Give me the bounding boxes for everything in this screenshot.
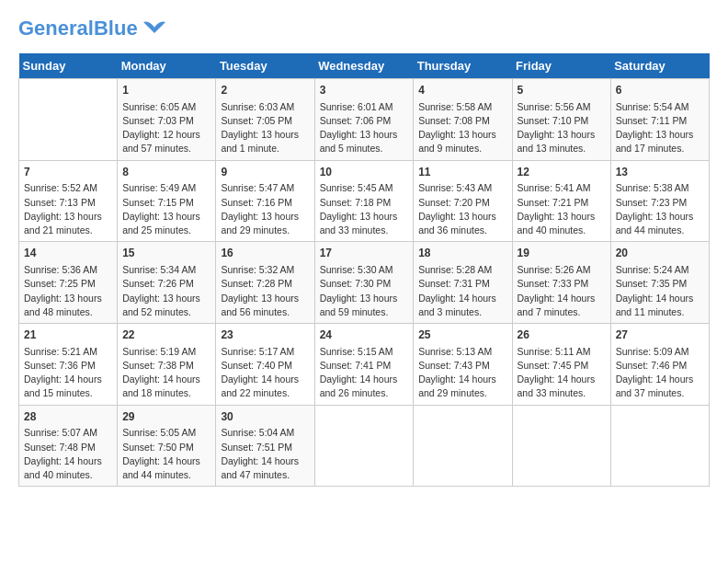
calendar-cell: 15Sunrise: 5:34 AM Sunset: 7:26 PM Dayli… (118, 242, 216, 324)
day-number: 5 (518, 83, 606, 98)
cell-content: Sunrise: 5:19 AM Sunset: 7:38 PM Dayligh… (122, 345, 210, 401)
cell-content: Sunrise: 5:36 AM Sunset: 7:25 PM Dayligh… (24, 263, 112, 319)
day-number: 16 (221, 246, 309, 261)
day-number: 22 (122, 327, 210, 343)
day-number: 27 (616, 327, 704, 343)
calendar-cell: 1Sunrise: 6:05 AM Sunset: 7:03 PM Daylig… (118, 79, 216, 161)
week-row-4: 21Sunrise: 5:21 AM Sunset: 7:36 PM Dayli… (19, 324, 710, 406)
cell-content: Sunrise: 5:13 AM Sunset: 7:43 PM Dayligh… (418, 345, 506, 401)
calendar-cell: 11Sunrise: 5:43 AM Sunset: 7:20 PM Dayli… (414, 160, 512, 242)
cell-content: Sunrise: 5:07 AM Sunset: 7:48 PM Dayligh… (24, 426, 112, 482)
cell-content: Sunrise: 5:09 AM Sunset: 7:46 PM Dayligh… (616, 345, 704, 401)
week-row-2: 7Sunrise: 5:52 AM Sunset: 7:13 PM Daylig… (19, 160, 710, 242)
cell-content: Sunrise: 5:43 AM Sunset: 7:20 PM Dayligh… (418, 181, 506, 237)
cell-content: Sunrise: 5:28 AM Sunset: 7:31 PM Dayligh… (418, 263, 506, 319)
calendar-cell: 27Sunrise: 5:09 AM Sunset: 7:46 PM Dayli… (610, 324, 709, 406)
cell-content: Sunrise: 5:04 AM Sunset: 7:51 PM Dayligh… (221, 426, 309, 482)
calendar-cell: 10Sunrise: 5:45 AM Sunset: 7:18 PM Dayli… (314, 160, 414, 242)
cell-content: Sunrise: 6:03 AM Sunset: 7:05 PM Dayligh… (221, 100, 309, 156)
cell-content: Sunrise: 5:05 AM Sunset: 7:50 PM Dayligh… (122, 426, 210, 482)
day-number: 7 (24, 165, 112, 180)
cell-content: Sunrise: 5:17 AM Sunset: 7:40 PM Dayligh… (221, 345, 309, 401)
calendar-cell: 30Sunrise: 5:04 AM Sunset: 7:51 PM Dayli… (216, 405, 314, 487)
week-row-1: 1Sunrise: 6:05 AM Sunset: 7:03 PM Daylig… (19, 79, 710, 161)
day-number: 2 (221, 83, 309, 98)
calendar-cell: 29Sunrise: 5:05 AM Sunset: 7:50 PM Dayli… (118, 405, 216, 487)
calendar-cell: 23Sunrise: 5:17 AM Sunset: 7:40 PM Dayli… (216, 324, 314, 406)
day-number: 25 (418, 327, 506, 343)
column-header-sunday: Sunday (19, 53, 118, 79)
calendar-cell: 13Sunrise: 5:38 AM Sunset: 7:23 PM Dayli… (610, 160, 709, 242)
header-row: SundayMondayTuesdayWednesdayThursdayFrid… (19, 53, 710, 79)
day-number: 29 (122, 409, 210, 425)
day-number: 14 (24, 246, 112, 261)
logo-blue: Blue (94, 17, 138, 40)
cell-content: Sunrise: 5:21 AM Sunset: 7:36 PM Dayligh… (24, 345, 112, 401)
column-header-friday: Friday (512, 53, 610, 79)
week-row-3: 14Sunrise: 5:36 AM Sunset: 7:25 PM Dayli… (19, 242, 710, 324)
cell-content: Sunrise: 5:52 AM Sunset: 7:13 PM Dayligh… (24, 181, 112, 237)
calendar-cell: 2Sunrise: 6:03 AM Sunset: 7:05 PM Daylig… (216, 79, 314, 161)
day-number: 21 (24, 327, 112, 343)
day-number: 6 (616, 83, 704, 98)
calendar-cell (19, 79, 118, 161)
day-number: 9 (221, 165, 309, 180)
logo-text: GeneralBlue (18, 18, 138, 39)
cell-content: Sunrise: 5:32 AM Sunset: 7:28 PM Dayligh… (221, 263, 309, 319)
cell-content: Sunrise: 5:45 AM Sunset: 7:18 PM Dayligh… (320, 181, 409, 237)
logo-bird-icon (140, 20, 169, 37)
day-number: 4 (418, 83, 506, 98)
day-number: 13 (616, 165, 704, 180)
day-number: 10 (320, 165, 409, 180)
calendar-cell (414, 405, 512, 487)
calendar-cell (610, 405, 709, 487)
day-number: 23 (221, 327, 309, 343)
calendar-cell: 12Sunrise: 5:41 AM Sunset: 7:21 PM Dayli… (512, 160, 610, 242)
calendar-cell: 24Sunrise: 5:15 AM Sunset: 7:41 PM Dayli… (314, 324, 414, 406)
day-number: 19 (518, 246, 606, 261)
logo-general: General (18, 17, 94, 40)
day-number: 28 (24, 409, 112, 425)
cell-content: Sunrise: 6:05 AM Sunset: 7:03 PM Dayligh… (122, 100, 210, 156)
cell-content: Sunrise: 5:15 AM Sunset: 7:41 PM Dayligh… (320, 345, 409, 401)
page-header: GeneralBlue (18, 18, 710, 39)
cell-content: Sunrise: 5:11 AM Sunset: 7:45 PM Dayligh… (518, 345, 606, 401)
column-header-wednesday: Wednesday (314, 53, 414, 79)
calendar-table: SundayMondayTuesdayWednesdayThursdayFrid… (18, 53, 710, 487)
calendar-cell: 25Sunrise: 5:13 AM Sunset: 7:43 PM Dayli… (414, 324, 512, 406)
day-number: 11 (418, 165, 506, 180)
calendar-cell: 26Sunrise: 5:11 AM Sunset: 7:45 PM Dayli… (512, 324, 610, 406)
week-row-5: 28Sunrise: 5:07 AM Sunset: 7:48 PM Dayli… (19, 405, 710, 487)
cell-content: Sunrise: 5:56 AM Sunset: 7:10 PM Dayligh… (518, 100, 606, 156)
calendar-cell: 6Sunrise: 5:54 AM Sunset: 7:11 PM Daylig… (610, 79, 709, 161)
calendar-cell: 22Sunrise: 5:19 AM Sunset: 7:38 PM Dayli… (118, 324, 216, 406)
cell-content: Sunrise: 5:26 AM Sunset: 7:33 PM Dayligh… (518, 263, 606, 319)
cell-content: Sunrise: 5:47 AM Sunset: 7:16 PM Dayligh… (221, 181, 309, 237)
calendar-cell: 20Sunrise: 5:24 AM Sunset: 7:35 PM Dayli… (610, 242, 709, 324)
day-number: 17 (320, 246, 409, 261)
calendar-cell: 4Sunrise: 5:58 AM Sunset: 7:08 PM Daylig… (414, 79, 512, 161)
calendar-cell: 18Sunrise: 5:28 AM Sunset: 7:31 PM Dayli… (414, 242, 512, 324)
cell-content: Sunrise: 5:49 AM Sunset: 7:15 PM Dayligh… (122, 181, 210, 237)
cell-content: Sunrise: 5:58 AM Sunset: 7:08 PM Dayligh… (418, 100, 506, 156)
day-number: 20 (616, 246, 704, 261)
calendar-cell (512, 405, 610, 487)
calendar-cell (314, 405, 414, 487)
cell-content: Sunrise: 5:24 AM Sunset: 7:35 PM Dayligh… (616, 263, 704, 319)
calendar-cell: 28Sunrise: 5:07 AM Sunset: 7:48 PM Dayli… (19, 405, 118, 487)
day-number: 26 (518, 327, 606, 343)
calendar-cell: 9Sunrise: 5:47 AM Sunset: 7:16 PM Daylig… (216, 160, 314, 242)
day-number: 18 (418, 246, 506, 261)
cell-content: Sunrise: 5:54 AM Sunset: 7:11 PM Dayligh… (616, 100, 704, 156)
calendar-cell: 5Sunrise: 5:56 AM Sunset: 7:10 PM Daylig… (512, 79, 610, 161)
column-header-thursday: Thursday (414, 53, 512, 79)
day-number: 30 (221, 409, 309, 425)
calendar-cell: 3Sunrise: 6:01 AM Sunset: 7:06 PM Daylig… (314, 79, 414, 161)
cell-content: Sunrise: 6:01 AM Sunset: 7:06 PM Dayligh… (320, 100, 409, 156)
day-number: 12 (518, 165, 606, 180)
cell-content: Sunrise: 5:41 AM Sunset: 7:21 PM Dayligh… (518, 181, 606, 237)
column-header-saturday: Saturday (610, 53, 709, 79)
calendar-cell: 14Sunrise: 5:36 AM Sunset: 7:25 PM Dayli… (19, 242, 118, 324)
calendar-cell: 17Sunrise: 5:30 AM Sunset: 7:30 PM Dayli… (314, 242, 414, 324)
calendar-cell: 7Sunrise: 5:52 AM Sunset: 7:13 PM Daylig… (19, 160, 118, 242)
